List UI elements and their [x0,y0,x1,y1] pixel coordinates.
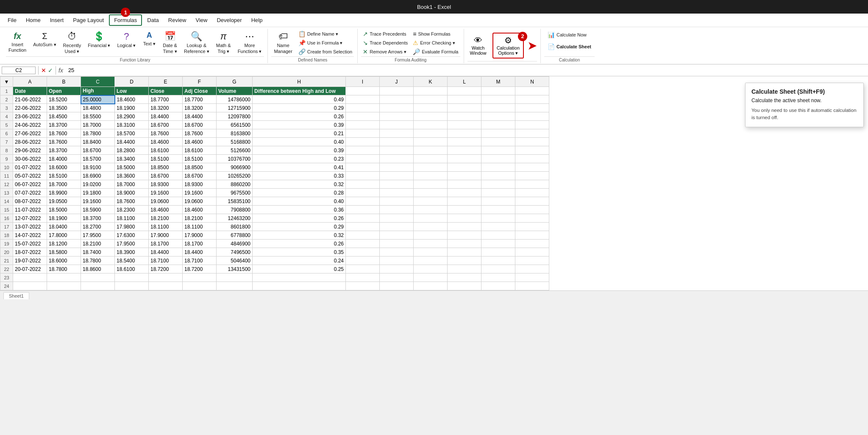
cell-F13[interactable]: 19.1600 [183,189,217,197]
cell-A3[interactable]: 22-06-2022 [13,104,47,112]
cell-H1[interactable]: Difference between High and Low [253,87,346,95]
cell-F1[interactable]: Adj Close [183,87,217,95]
cell-D1[interactable]: Low [115,87,149,95]
cell-J1[interactable] [380,87,414,95]
cell-C8[interactable]: 18.6700 [81,146,115,155]
cell-empty[interactable] [380,95,414,104]
cell-empty[interactable] [515,95,549,104]
cell-E2[interactable]: 18.7700 [149,95,183,104]
cell-B3[interactable]: 18.3500 [47,104,81,112]
cell-A9[interactable]: 30-06-2022 [13,155,47,163]
cell-E5[interactable]: 18.6700 [149,121,183,129]
cell-B5[interactable]: 18.3700 [47,121,81,129]
cell-empty[interactable] [115,273,149,282]
cell-empty[interactable] [515,180,549,189]
cell-F11[interactable]: 18.6700 [183,172,217,180]
col-header-N[interactable]: N [515,77,549,87]
cell-empty[interactable] [515,197,549,206]
cell-C13[interactable]: 19.1800 [81,189,115,197]
cell-empty[interactable] [380,189,414,197]
cell-empty[interactable] [481,155,515,163]
cell-C11[interactable]: 18.6900 [81,172,115,180]
cell-A16[interactable]: 12-07-2022 [13,214,47,223]
trace-dependents-btn[interactable]: ↘ Trace Dependents [361,39,409,47]
cell-empty[interactable] [414,265,448,273]
cell-empty[interactable] [414,129,448,138]
cell-empty[interactable] [380,155,414,163]
cell-empty[interactable] [481,223,515,231]
cell-empty[interactable] [481,240,515,248]
cell-G20[interactable]: 7496500 [217,248,253,257]
cell-empty[interactable] [346,197,380,206]
cell-empty[interactable] [448,138,481,146]
col-header-A[interactable]: A [13,77,47,87]
cell-empty[interactable] [414,248,448,257]
cell-E21[interactable]: 18.7100 [149,257,183,265]
cell-E20[interactable]: 18.4400 [149,248,183,257]
cell-B8[interactable]: 18.3700 [47,146,81,155]
cell-G3[interactable]: 12715900 [217,104,253,112]
cell-empty[interactable] [81,282,115,290]
menu-page-layout[interactable]: Page Layout [69,15,108,25]
cell-empty[interactable] [380,104,414,112]
autosum-btn[interactable]: Σ AutoSum ▾ [31,30,58,49]
cell-B6[interactable]: 18.7600 [47,129,81,138]
cell-C21[interactable]: 18.7800 [81,257,115,265]
cell-H5[interactable]: 0.39 [253,121,346,129]
cell-E15[interactable]: 18.4600 [149,206,183,214]
cell-B18[interactable]: 17.8000 [47,231,81,240]
cell-E3[interactable]: 18.3200 [149,104,183,112]
cell-empty[interactable] [481,180,515,189]
cell-I1[interactable] [346,87,380,95]
cell-empty[interactable] [380,282,414,290]
cell-empty[interactable] [481,257,515,265]
cell-empty[interactable] [448,214,481,223]
cell-empty[interactable] [515,112,549,121]
cell-G17[interactable]: 8601800 [217,223,253,231]
cell-B16[interactable]: 18.1900 [47,214,81,223]
cell-F5[interactable]: 18.6700 [183,121,217,129]
sheet-container[interactable]: ▼ A B C D E F G H I J K L M N [0,76,868,290]
cell-empty[interactable] [414,240,448,248]
cell-empty[interactable] [13,273,47,282]
cell-empty[interactable] [448,104,481,112]
cell-empty[interactable] [481,248,515,257]
cell-empty[interactable] [481,282,515,290]
cell-empty[interactable] [380,146,414,155]
cell-empty[interactable] [414,155,448,163]
cell-empty[interactable] [515,257,549,265]
cell-empty[interactable] [515,104,549,112]
cell-empty[interactable] [346,231,380,240]
cell-F20[interactable]: 18.4400 [183,248,217,257]
cell-A19[interactable]: 15-07-2022 [13,240,47,248]
cell-A2[interactable]: 21-06-2022 [13,95,47,104]
cell-A7[interactable]: 28-06-2022 [13,138,47,146]
cell-empty[interactable] [515,265,549,273]
cell-F12[interactable]: 18.9300 [183,180,217,189]
cell-F19[interactable]: 18.1700 [183,240,217,248]
cell-A20[interactable]: 18-07-2022 [13,248,47,257]
cell-F17[interactable]: 18.1100 [183,223,217,231]
cell-empty[interactable] [448,155,481,163]
cell-empty[interactable] [414,172,448,180]
cell-C15[interactable]: 18.5900 [81,206,115,214]
cell-A18[interactable]: 14-07-2022 [13,231,47,240]
cell-B17[interactable]: 18.0400 [47,223,81,231]
cell-empty[interactable] [414,273,448,282]
cell-empty[interactable] [481,121,515,129]
cell-E6[interactable]: 18.7600 [149,129,183,138]
cell-empty[interactable] [380,197,414,206]
cell-G21[interactable]: 5046400 [217,257,253,265]
cell-empty[interactable] [346,223,380,231]
cell-empty[interactable] [515,223,549,231]
cell-C19[interactable]: 18.2100 [81,240,115,248]
cell-empty[interactable] [481,104,515,112]
insert-function-btn[interactable]: fx InsertFunction [6,30,29,54]
cell-empty[interactable] [346,172,380,180]
financial-btn[interactable]: 💲 Financial ▾ [85,30,113,50]
logical-btn[interactable]: ? Logical ▾ [114,30,138,50]
cell-E22[interactable]: 18.7200 [149,265,183,273]
cell-empty[interactable] [346,121,380,129]
cell-D10[interactable]: 18.5000 [115,163,149,172]
cell-B15[interactable]: 18.5000 [47,206,81,214]
